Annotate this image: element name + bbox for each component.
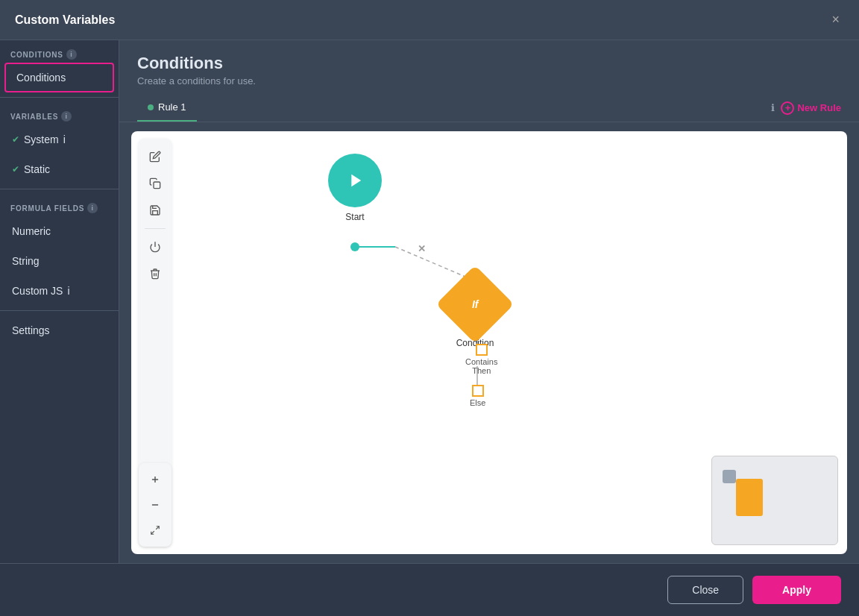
modal-close-button[interactable]: ×	[827, 10, 844, 29]
modal-footer: Close Apply	[0, 563, 859, 616]
content-subtitle: Create a conditions for use.	[137, 75, 841, 87]
else-label: Else	[470, 398, 485, 407]
tool-panel-bottom	[139, 463, 172, 547]
tabs-bar: Rule 1 ℹ + New Rule	[119, 94, 859, 122]
sidebar-divider-3	[0, 310, 119, 311]
sidebar-item-settings[interactable]: Settings	[0, 315, 119, 345]
tool-divider-1	[145, 228, 166, 229]
mini-map-start-node	[723, 470, 736, 483]
conditions-section-header: CONDITIONS i	[0, 40, 119, 63]
then-label: Then	[472, 366, 491, 375]
static-check-icon: ✔	[12, 164, 19, 175]
main-content: Conditions Create a conditions for use. …	[119, 40, 859, 563]
start-node[interactable]: Start	[328, 154, 382, 222]
condition-node[interactable]: If Condition	[447, 277, 503, 348]
svg-line-8	[395, 247, 465, 277]
modal-container: Custom Variables × CONDITIONS i Conditio…	[0, 0, 859, 616]
sidebar-divider-1	[0, 97, 119, 98]
tab-rule1[interactable]: Rule 1	[137, 94, 197, 122]
then-branch: Contains Then	[465, 344, 497, 375]
modal-body: CONDITIONS i Conditions VARIABLES i ✔ Sy…	[0, 40, 859, 563]
new-rule-button[interactable]: + New Rule	[781, 101, 841, 115]
svg-point-10	[350, 242, 359, 251]
sidebar-item-string[interactable]: String	[0, 246, 119, 276]
fit-screen-button[interactable]	[143, 518, 167, 542]
sidebar-item-static[interactable]: ✔ Static	[0, 154, 119, 184]
zoom-in-button[interactable]	[143, 468, 167, 491]
zoom-out-button[interactable]	[143, 493, 167, 517]
power-tool-button[interactable]	[143, 235, 167, 259]
condition-diamond: If	[436, 265, 515, 344]
plus-circle-icon: +	[781, 101, 794, 115]
svg-text:✕: ✕	[418, 243, 426, 254]
then-dot	[476, 344, 488, 356]
system-check-icon: ✔	[12, 134, 19, 145]
svg-marker-14	[351, 175, 361, 186]
conditions-info-badge[interactable]: i	[66, 49, 77, 60]
formula-info-badge[interactable]: i	[87, 203, 98, 213]
edit-tool-button[interactable]	[143, 145, 167, 169]
mini-map	[711, 456, 838, 545]
copy-tool-button[interactable]	[143, 172, 167, 195]
content-title: Conditions	[137, 54, 841, 73]
apply-button[interactable]: Apply	[752, 576, 841, 604]
mini-map-inner	[712, 456, 837, 544]
sidebar-item-custom-js[interactable]: Custom JS i	[0, 276, 119, 306]
svg-rect-0	[154, 182, 160, 189]
rule-info-icon[interactable]: ℹ	[771, 102, 775, 113]
content-header: Conditions Create a conditions for use.	[119, 40, 859, 94]
rule1-dot	[148, 104, 154, 110]
start-label: Start	[345, 212, 364, 222]
flow-canvas[interactable]: ✕ Start	[179, 131, 847, 554]
mini-map-condition-node	[736, 479, 763, 516]
modal-title: Custom Variables	[15, 13, 115, 27]
sidebar: CONDITIONS i Conditions VARIABLES i ✔ Sy…	[0, 40, 119, 563]
variables-section-header: VARIABLES i	[0, 102, 119, 125]
system-info-badge[interactable]: i	[63, 133, 66, 145]
close-button[interactable]: Close	[667, 576, 743, 604]
variables-info-badge[interactable]: i	[61, 111, 72, 122]
conditions-label: Conditions	[16, 72, 66, 84]
start-circle	[328, 154, 382, 207]
formula-section-header: FORMULA FIELDS i	[0, 194, 119, 216]
canvas-area[interactable]: ✕ Start	[131, 131, 847, 554]
tabs-right: ℹ + New Rule	[771, 101, 841, 115]
sidebar-item-conditions[interactable]: Conditions	[4, 63, 114, 92]
custom-js-info-badge[interactable]: i	[67, 285, 69, 297]
svg-line-5	[156, 527, 159, 529]
tabs-left: Rule 1	[137, 94, 197, 122]
delete-tool-button[interactable]	[143, 262, 167, 286]
if-label: If	[472, 298, 479, 310]
save-tool-button[interactable]	[143, 198, 167, 222]
sidebar-item-numeric[interactable]: Numeric	[0, 216, 119, 246]
sidebar-divider-2	[0, 189, 119, 189]
else-branch: Else	[470, 385, 485, 407]
contains-then-label: Contains	[465, 357, 497, 366]
modal-header: Custom Variables ×	[0, 0, 859, 40]
svg-line-6	[151, 531, 154, 534]
else-dot	[472, 385, 484, 397]
sidebar-item-system[interactable]: ✔ System i	[0, 125, 119, 154]
